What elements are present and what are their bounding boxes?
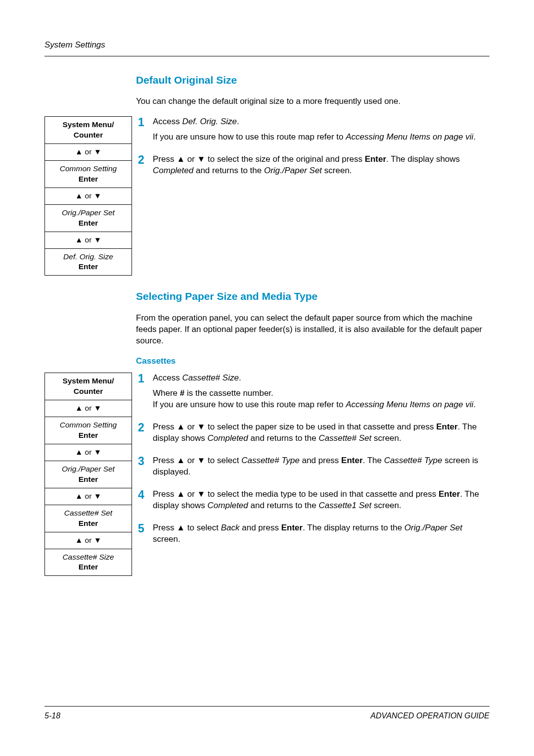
t: Accessing Menu Items on page vii (346, 132, 473, 142)
t: . (473, 132, 476, 142)
page-number: 5-18 (44, 710, 60, 721)
rm-text: Enter (79, 262, 98, 271)
steps-list-1: 1 Access Def. Orig. Size. If you are uns… (138, 116, 490, 188)
route-map-cell: Cassette# Size Enter (45, 549, 132, 576)
t: and press (300, 456, 341, 465)
t: screen. (371, 433, 401, 443)
step-number: 2 (138, 154, 153, 166)
route-map-arrow: ▲ or ▼ (45, 488, 132, 505)
t: Access (153, 117, 182, 126)
route-map-arrow: ▲ or ▼ (45, 400, 132, 417)
footer-rule (44, 706, 490, 707)
rm-text: Enter (79, 563, 98, 571)
rm-text: Orig./Paper Set (62, 208, 115, 217)
step-number: 1 (138, 373, 153, 385)
route-map-arrow: ▲ or ▼ (45, 232, 132, 248)
route-map-cell: System Menu/ Counter (45, 117, 132, 143)
t: Enter (365, 154, 386, 164)
route-map-cell: System Menu/ Counter (45, 373, 132, 400)
route-map-arrow: ▲ or ▼ (45, 143, 132, 160)
step-number: 3 (138, 455, 153, 468)
t: . The (363, 456, 384, 465)
t: Def. Orig. Size (182, 117, 237, 126)
step-number: 4 (138, 489, 153, 501)
rm-text: Enter (79, 519, 98, 527)
rm-text: Enter (79, 475, 98, 483)
rm-text: Common Setting (60, 164, 117, 173)
t: If you are unsure how to use this route … (153, 132, 346, 142)
rm-text: Enter (79, 219, 98, 227)
t: Completed (208, 433, 248, 443)
route-map-cell: Common Setting Enter (45, 160, 132, 188)
t: and returns to the (248, 433, 319, 443)
t: Press ▲ or ▼ to select the paper size to… (153, 422, 436, 431)
rm-text: Cassette# Size (62, 553, 114, 561)
t: . (237, 117, 239, 126)
running-header: System Settings (44, 40, 490, 51)
step-body: Press ▲ or ▼ to select the media type to… (153, 489, 490, 516)
route-map-cell: Orig./Paper Set Enter (45, 204, 132, 232)
t: Access (153, 373, 182, 382)
route-map-cell: Common Setting Enter (45, 417, 132, 444)
step-body: Access Def. Orig. Size. If you are unsur… (153, 116, 490, 147)
t: Completed (153, 166, 193, 175)
t: Where (153, 388, 180, 398)
page-footer: 5-18 ADVANCED OPERATION GUIDE (44, 706, 490, 721)
t: Press ▲ or ▼ to select the size of the o… (153, 154, 365, 164)
t: Enter (281, 523, 303, 532)
t: Cassette# Type (384, 456, 443, 465)
route-map-2: System Menu/ Counter ▲ or ▼ Common Setti… (44, 373, 132, 576)
step-4: 4 Press ▲ or ▼ to select the media type … (138, 489, 490, 516)
step-1: 1 Access Cassette# Size. Where # is the … (138, 373, 490, 415)
route-map-cell: Cassette# Set Enter (45, 505, 132, 532)
t: Cassette1 Set (318, 501, 371, 510)
route-map-cell: Def. Orig. Size Enter (45, 248, 132, 276)
guide-title: ADVANCED OPERATION GUIDE (370, 710, 490, 721)
rm-text: Orig./Paper Set (62, 465, 115, 473)
rm-text: System Menu/ (62, 377, 114, 385)
step-2: 2 Press ▲ or ▼ to select the paper size … (138, 422, 490, 448)
t: Accessing Menu Items on page vii (346, 400, 473, 409)
step-number: 2 (138, 422, 153, 434)
steps-list-2: 1 Access Cassette# Size. Where # is the … (138, 373, 490, 556)
t: and press (240, 523, 281, 532)
step-body: Press ▲ or ▼ to select the size of the o… (153, 154, 490, 181)
heading-selecting-paper-size: Selecting Paper Size and Media Type (136, 289, 490, 303)
t: # (180, 388, 184, 398)
step-number: 1 (138, 116, 153, 129)
rm-text: Def. Orig. Size (63, 252, 113, 261)
t: Cassette# Type (241, 456, 300, 465)
intro-paragraph-2: From the operation panel, you can select… (136, 313, 490, 347)
t: screen. (153, 534, 180, 544)
route-map-arrow: ▲ or ▼ (45, 444, 132, 461)
t: Enter (439, 489, 460, 499)
header-rule (44, 56, 490, 56)
t: screen. (371, 501, 401, 510)
step-body: Press ▲ or ▼ to select Cassette# Type an… (153, 455, 490, 482)
step-body: Access Cassette# Size. Where # is the ca… (153, 373, 490, 415)
route-map-arrow: ▲ or ▼ (45, 532, 132, 549)
rm-text: System Menu/ (62, 120, 114, 129)
route-map-arrow: ▲ or ▼ (45, 188, 132, 204)
route-map-1: System Menu/ Counter ▲ or ▼ Common Setti… (44, 116, 132, 276)
heading-default-original-size: Default Original Size (136, 73, 490, 87)
t: . (239, 373, 241, 382)
intro-paragraph-1: You can change the default original size… (136, 96, 490, 107)
t: Orig./Paper Set (264, 166, 322, 175)
t: and returns to the (248, 501, 319, 510)
rm-text: Cassette# Set (64, 509, 112, 517)
rm-text: Counter (74, 387, 103, 395)
step-5: 5 Press ▲ to select Back and press Enter… (138, 522, 490, 549)
subheading-cassettes: Cassettes (136, 356, 490, 367)
t: Cassette# Set (318, 433, 371, 443)
t: and returns to the (193, 166, 264, 175)
t: Enter (341, 456, 362, 465)
t: . (473, 400, 476, 409)
step-2: 2 Press ▲ or ▼ to select the size of the… (138, 154, 490, 181)
t: Press ▲ to select (153, 523, 221, 532)
t: Orig./Paper Set (404, 523, 462, 532)
t: . The display returns to the (303, 523, 404, 532)
t: Enter (436, 422, 457, 431)
step-number: 5 (138, 522, 153, 535)
t: screen. (322, 166, 352, 175)
